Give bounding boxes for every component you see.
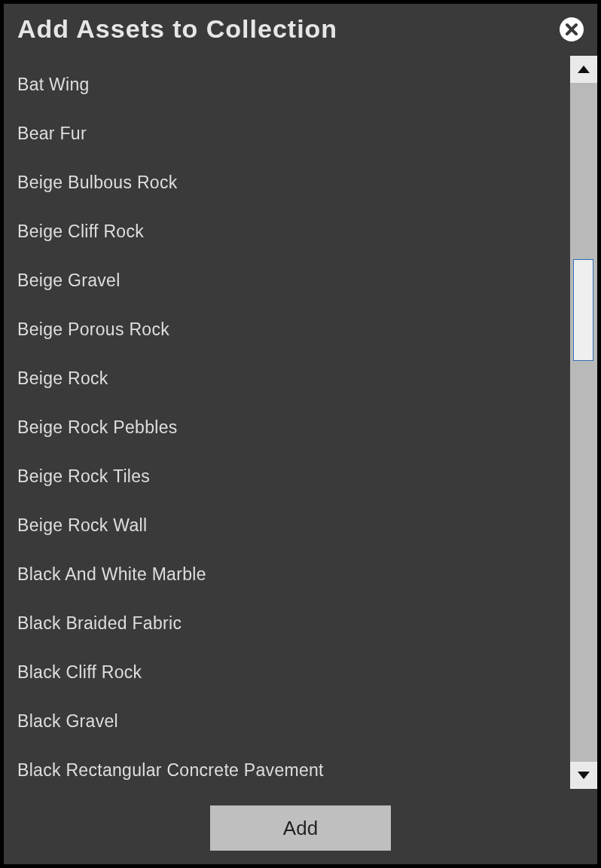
list-item[interactable]: Black And White Marble: [17, 550, 563, 599]
dialog-body: Bat Wing Bear Fur Beige Bulbous Rock Bei…: [4, 50, 597, 795]
scrollbar-track[interactable]: [570, 83, 597, 762]
chevron-down-icon: [578, 772, 590, 779]
add-button[interactable]: Add: [210, 805, 391, 851]
list-item[interactable]: Black Gravel: [17, 697, 563, 746]
list-item[interactable]: Beige Cliff Rock: [17, 207, 563, 256]
close-icon: [565, 23, 578, 36]
scroll-down-button[interactable]: [570, 762, 597, 789]
close-button[interactable]: [560, 17, 584, 41]
list-item[interactable]: Black Cliff Rock: [17, 648, 563, 697]
add-assets-dialog: Add Assets to Collection Bat Wing Bear F…: [4, 4, 597, 864]
svg-marker-2: [578, 66, 590, 73]
list-item[interactable]: Beige Rock: [17, 354, 563, 403]
dialog-footer: Add: [4, 795, 597, 864]
list-item[interactable]: Beige Porous Rock: [17, 305, 563, 354]
chevron-up-icon: [578, 66, 590, 73]
scrollbar[interactable]: [570, 56, 597, 789]
asset-list[interactable]: Bat Wing Bear Fur Beige Bulbous Rock Bei…: [17, 50, 570, 795]
scroll-up-button[interactable]: [570, 56, 597, 83]
list-item[interactable]: Black Rectangular Concrete Pavement: [17, 746, 563, 795]
list-item[interactable]: Beige Gravel: [17, 256, 563, 305]
list-item[interactable]: Bat Wing: [17, 60, 563, 109]
list-item[interactable]: Beige Bulbous Rock: [17, 158, 563, 207]
svg-marker-3: [578, 772, 590, 779]
scrollbar-thumb[interactable]: [573, 259, 593, 361]
dialog-title: Add Assets to Collection: [17, 14, 337, 44]
dialog-header: Add Assets to Collection: [4, 4, 597, 50]
list-item[interactable]: Black Braided Fabric: [17, 599, 563, 648]
list-item[interactable]: Bear Fur: [17, 109, 563, 158]
list-item[interactable]: Beige Rock Tiles: [17, 452, 563, 501]
list-item[interactable]: Beige Rock Pebbles: [17, 403, 563, 452]
list-item[interactable]: Beige Rock Wall: [17, 501, 563, 550]
